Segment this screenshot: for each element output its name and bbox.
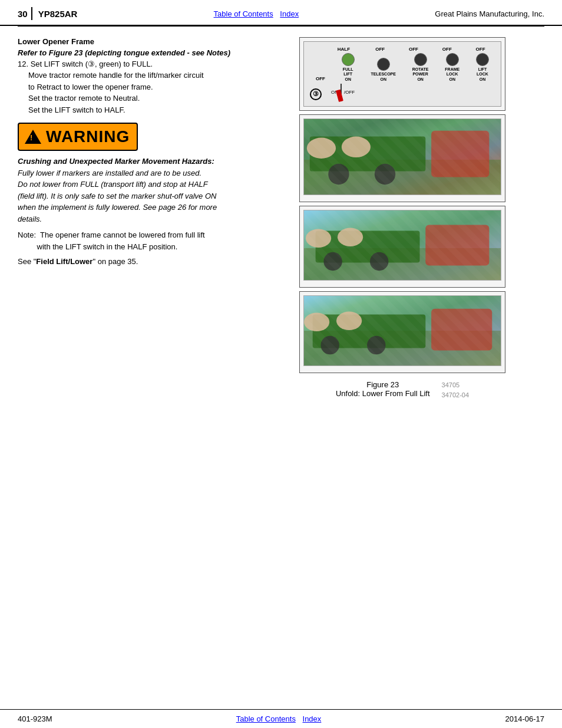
warning-label: WARNING: [46, 127, 130, 146]
note-text: Note: The opener frame cannot be lowered…: [18, 229, 289, 252]
svg-rect-0: [304, 119, 501, 195]
switch-state-frame-lock: ON: [449, 77, 456, 81]
svg-rect-17: [304, 331, 501, 365]
switch-top-off4: OFF: [472, 47, 490, 52]
switch-state-telescope: ON: [380, 77, 386, 81]
switch-top-off3: OFF: [438, 47, 456, 52]
switch-state-full-lift: ON: [345, 77, 351, 81]
reference-line: Refer to Figure 23 (depicting tongue ext…: [18, 48, 289, 57]
switch-top-off2: OFF: [405, 47, 422, 52]
svg-point-7: [342, 136, 371, 157]
header-divider: [31, 7, 32, 20]
warning-body-text: Fully lower if markers are installed and…: [18, 169, 217, 223]
switch-top-off1: OFF: [371, 47, 389, 52]
photo-2: [303, 210, 501, 281]
switch-full-lift: FULLLIFT ON: [342, 53, 355, 81]
switch-label-rotate-power: ROTATEPOWER: [412, 67, 429, 77]
svg-rect-19: [431, 308, 492, 350]
svg-rect-3: [431, 131, 489, 177]
figure-caption-main: Figure 23 Unfold: Lower From Full Lift: [336, 380, 430, 398]
svg-rect-1: [304, 160, 501, 195]
footer-doc-number: 401-923M: [18, 714, 52, 723]
switch-circle-lift-lock: [476, 53, 489, 66]
svg-point-14: [306, 229, 331, 247]
header-index-link[interactable]: Index: [280, 9, 299, 18]
footer-nav: Table of Contents Index: [52, 714, 505, 723]
switch-rotate-power: ROTATEPOWER ON: [412, 53, 429, 81]
svg-point-5: [375, 164, 395, 185]
switch-row: OFF FULLLIFT ON TELESCOPE ON: [308, 53, 497, 81]
switch-circle-full-lift: [342, 53, 355, 66]
svg-point-23: [336, 311, 362, 330]
photo-2-svg: [304, 210, 501, 280]
circle-3-indicator: ③: [310, 88, 322, 100]
header-company: Great Plains Manufacturing, Inc.: [435, 9, 544, 18]
switch-lift-lock: LIFTLOCK ON: [476, 53, 489, 81]
switch-circle-telescope: [377, 58, 390, 71]
photo-3-svg: [304, 296, 501, 365]
header-model: YP825AR: [38, 9, 78, 19]
header-toc-link[interactable]: Table of Contents: [214, 9, 273, 18]
warning-triangle-icon: [25, 130, 41, 144]
switch-telescope: TELESCOPE ON: [371, 58, 396, 81]
switch-state-lift-lock: ON: [480, 77, 486, 81]
footer-toc-link[interactable]: Table of Contents: [236, 714, 296, 723]
figure-caption-subtitle: Unfold: Lower From Full Lift: [336, 389, 430, 398]
step-12: 12. Set LIFT switch (③, green) to FULL.: [18, 60, 289, 68]
svg-rect-10: [316, 230, 420, 262]
page-header: 30 YP825AR Table of Contents Index Great…: [0, 0, 562, 26]
svg-point-4: [328, 164, 349, 185]
svg-point-6: [307, 137, 336, 158]
svg-rect-2: [310, 136, 425, 171]
warning-heading: Crushing and Unexpected Marker Movement …: [18, 157, 214, 166]
photo-container-1: [299, 114, 505, 202]
photo-container-2: [299, 206, 505, 288]
switch-circle-rotate-power: [414, 53, 427, 66]
photo-1-svg: [304, 119, 501, 195]
svg-rect-18: [313, 314, 426, 348]
photo-1: [303, 118, 501, 195]
figure-caption-title: Figure 23: [336, 380, 430, 389]
photo-container-3: [299, 291, 505, 373]
step-12-text: 12. Set LIFT switch (③, green) to FULL.: [18, 60, 153, 68]
svg-point-13: [370, 252, 388, 271]
right-column: HALF OFF OFF OFF OFF OFF FULLLIFT ON: [299, 37, 505, 401]
switch-diagram-box: HALF OFF OFF OFF OFF OFF FULLLIFT ON: [299, 37, 505, 111]
footer-date: 2014-06-17: [505, 714, 545, 723]
footer-index-link[interactable]: Index: [303, 714, 322, 723]
switch-state-rotate-power: ON: [417, 77, 424, 81]
see-field-lift-bold: Field Lift/Lower: [36, 257, 92, 266]
switch-label-lift-lock: LIFTLOCK: [477, 67, 488, 77]
switch-left-off: OFF: [316, 76, 325, 81]
svg-point-20: [320, 336, 339, 354]
svg-rect-8: [304, 210, 501, 280]
warning-body: Crushing and Unexpected Marker Movement …: [18, 156, 289, 225]
step-12-continuation: Move tractor remote handle for the lift/…: [28, 70, 289, 116]
lever-off-label: /OFF: [344, 90, 355, 95]
switch-top-half: HALF: [332, 47, 355, 52]
left-column: Lower Opener Frame Refer to Figure 23 (d…: [18, 37, 289, 401]
see-field-lift-text: See "Field Lift/Lower" on page 35.: [18, 257, 289, 266]
switch-label-frame-lock: FRAMELOCK: [445, 67, 459, 77]
section-heading: Lower Opener Frame: [18, 37, 289, 46]
svg-point-12: [323, 252, 342, 271]
page-footer: 401-923M Table of Contents Index 2014-06…: [0, 709, 562, 728]
header-nav: Table of Contents Index: [77, 9, 435, 18]
page-number: 30: [18, 9, 28, 19]
svg-rect-11: [425, 225, 489, 265]
switch-circle-frame-lock: [446, 53, 459, 66]
main-content: Lower Opener Frame Refer to Figure 23 (d…: [0, 27, 562, 407]
svg-point-22: [304, 312, 329, 331]
switch-diagram: HALF OFF OFF OFF OFF OFF FULLLIFT ON: [303, 41, 501, 107]
switch-frame-lock: FRAMELOCK ON: [445, 53, 459, 81]
figure-codes: 3470534702-04: [442, 380, 470, 401]
svg-point-21: [367, 336, 385, 354]
photo-3: [303, 295, 501, 366]
switch-label-full-lift: FULLLIFT: [343, 67, 353, 77]
svg-rect-16: [304, 296, 501, 365]
warning-box: WARNING: [18, 123, 138, 151]
switch-label-telescope: TELESCOPE: [371, 72, 396, 77]
figure-caption-area: Figure 23 Unfold: Lower From Full Lift 3…: [299, 380, 505, 401]
svg-point-15: [338, 228, 363, 246]
svg-rect-9: [304, 248, 501, 280]
